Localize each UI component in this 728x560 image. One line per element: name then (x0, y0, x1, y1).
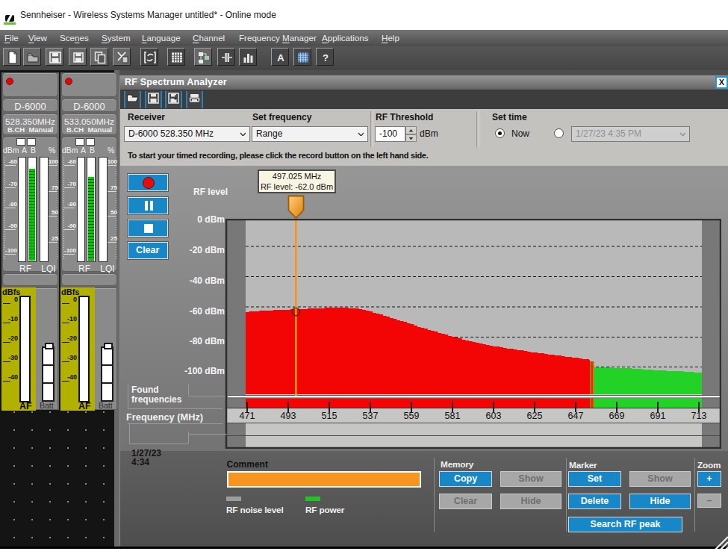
svg-text:647: 647 (568, 411, 584, 421)
svg-text:603: 603 (486, 411, 502, 421)
svg-text:471: 471 (240, 411, 255, 421)
svg-text:?: ? (323, 52, 329, 63)
svg-text:559: 559 (404, 411, 420, 421)
svg-text:A: A (277, 52, 284, 63)
svg-text:713: 713 (691, 411, 707, 421)
svg-text:625: 625 (527, 411, 543, 421)
svg-text:515: 515 (322, 411, 337, 421)
svg-text:669: 669 (609, 411, 625, 421)
svg-text:537: 537 (363, 411, 379, 421)
svg-text:493: 493 (281, 411, 296, 421)
svg-text:691: 691 (650, 411, 666, 421)
svg-text:581: 581 (445, 411, 461, 421)
